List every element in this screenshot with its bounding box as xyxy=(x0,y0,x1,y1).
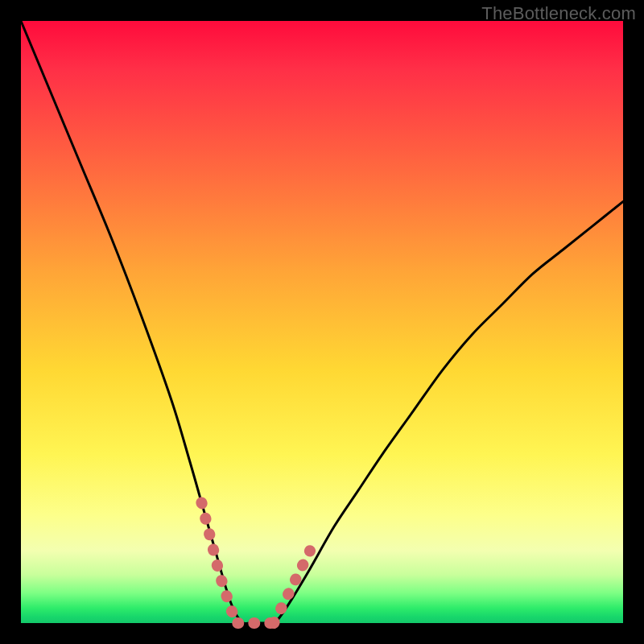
optimal-range-right-marker xyxy=(274,551,310,623)
bottleneck-curve xyxy=(21,21,623,624)
plot-area xyxy=(21,21,623,623)
chart-frame: TheBottleneck.com xyxy=(0,0,644,644)
curve-layer xyxy=(21,21,623,623)
